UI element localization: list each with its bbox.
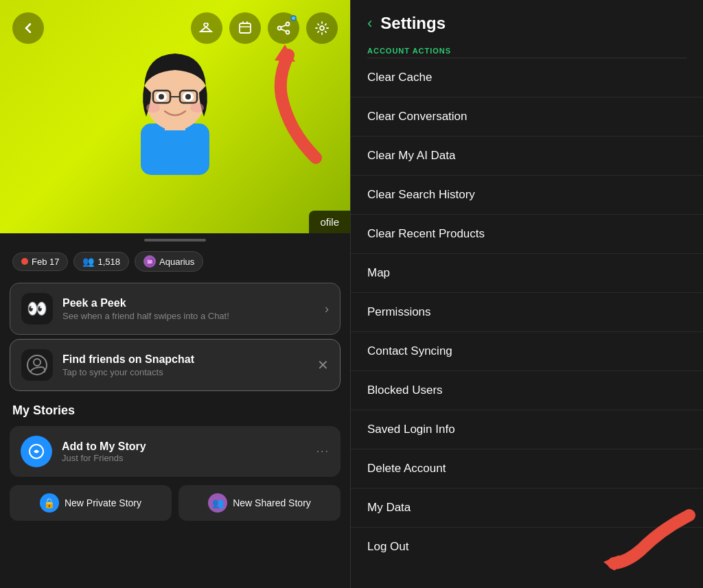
find-friends-close[interactable]: ✕ (317, 357, 329, 373)
svg-rect-5 (141, 124, 209, 175)
settings-back-button[interactable]: ‹ (367, 14, 372, 32)
menu-item-clear-cache[interactable]: Clear Cache (351, 58, 703, 97)
menu-items-list: Clear Cache Clear Conversation Clear My … (351, 58, 703, 566)
peek-icon: 👀 (21, 293, 53, 325)
menu-item-contact-syncing[interactable]: Contact Syncing (351, 332, 703, 371)
new-shared-story-button[interactable]: 👥 New Shared Story (178, 485, 341, 521)
birthday-dot (21, 258, 28, 265)
aquarius-icon: ♒ (143, 255, 156, 268)
share-button[interactable] (268, 12, 299, 44)
profile-header: ofile (0, 0, 350, 233)
stats-row: Feb 17 👥 1,518 ♒ Aquarius (0, 244, 350, 279)
svg-point-18 (34, 359, 41, 366)
settings-button[interactable] (306, 12, 338, 44)
menu-item-clear-conversation[interactable]: Clear Conversation (351, 97, 703, 137)
menu-item-blocked-users[interactable]: Blocked Users (351, 371, 703, 410)
bitmoji (120, 41, 230, 178)
settings-header: ‹ Settings (351, 0, 703, 41)
shared-icon: 👥 (208, 493, 227, 513)
account-actions-label: ACCOUNT ACTIONS (351, 41, 703, 58)
birthday-stat[interactable]: Feb 17 (12, 252, 68, 271)
svg-rect-0 (240, 23, 251, 33)
peek-chevron: › (325, 302, 329, 316)
menu-item-clear-ai-data[interactable]: Clear My AI Data (351, 137, 703, 176)
peek-text: Peek a Peek See when a friend half swipe… (62, 297, 315, 321)
find-friends-card[interactable]: Find friends on Snapchat Tap to sync you… (10, 339, 341, 391)
zodiac-stat[interactable]: ♒ Aquarius (135, 251, 203, 272)
story-icon (21, 436, 52, 467)
scroll-indicator (0, 233, 350, 244)
friends-stat[interactable]: 👥 1,518 (73, 252, 129, 271)
menu-item-clear-search-history[interactable]: Clear Search History (351, 176, 703, 215)
left-panel: ofile Feb 17 👥 1,518 ♒ Aquarius 👀 Peek a… (0, 0, 350, 588)
my-stories-title: My Stories (0, 395, 350, 423)
peek-a-peek-card[interactable]: 👀 Peek a Peek See when a friend half swi… (10, 283, 341, 335)
menu-item-log-out[interactable]: Log Out (351, 528, 703, 566)
svg-point-4 (320, 26, 324, 30)
find-friends-icon (21, 349, 53, 381)
find-friends-text: Find friends on Snapchat Tap to sync you… (62, 353, 308, 377)
add-to-story-card[interactable]: Add to My Story Just for Friends ··· (10, 426, 341, 477)
menu-item-saved-login-info[interactable]: Saved Login Info (351, 410, 703, 449)
svg-point-14 (146, 103, 160, 113)
story-buttons: 🔒 New Private Story 👥 New Shared Story (0, 480, 350, 528)
svg-point-15 (190, 103, 204, 113)
menu-item-delete-account[interactable]: Delete Account (351, 449, 703, 489)
new-private-story-button[interactable]: 🔒 New Private Story (10, 485, 172, 521)
notification-dot (290, 15, 297, 21)
menu-item-permissions[interactable]: Permissions (351, 293, 703, 332)
avatar (113, 34, 237, 185)
svg-point-12 (159, 94, 164, 99)
friends-emoji: 👥 (82, 256, 94, 267)
svg-point-13 (185, 94, 191, 99)
menu-item-map[interactable]: Map (351, 254, 703, 293)
story-text: Add to My Story Just for Friends (62, 440, 307, 463)
settings-title: Settings (380, 14, 446, 33)
svg-marker-16 (275, 45, 295, 62)
lock-icon: 🔒 (40, 493, 59, 513)
story-options[interactable]: ··· (316, 445, 330, 458)
back-button[interactable] (12, 12, 44, 44)
right-panel: ‹ Settings ACCOUNT ACTIONS Clear Cache C… (350, 0, 703, 588)
menu-item-my-data[interactable]: My Data (351, 489, 703, 528)
menu-item-clear-recent-products[interactable]: Clear Recent Products (351, 215, 703, 254)
profile-label: ofile (309, 211, 350, 233)
